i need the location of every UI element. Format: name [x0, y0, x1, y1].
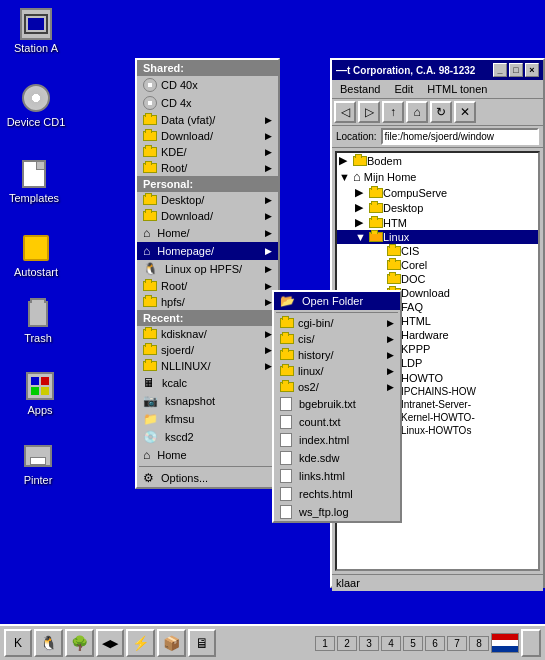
submenu-open-folder[interactable]: 📂 Open Folder: [274, 292, 400, 310]
menu-item-download-personal[interactable]: Download/ ▶: [137, 208, 278, 224]
folder-icon-download-shared: [143, 131, 157, 141]
desk-4[interactable]: 4: [381, 636, 401, 651]
submenu-cgi-bin[interactable]: cgi-bin/ ▶: [274, 315, 400, 331]
desk-1[interactable]: 1: [315, 636, 335, 651]
submenu-os2[interactable]: os2/ ▶: [274, 379, 400, 395]
home-icon-mijn: ⌂: [353, 169, 361, 184]
minimize-button[interactable]: _: [493, 63, 507, 77]
menu-item-home-personal[interactable]: ⌂ Home/ ▶: [137, 224, 278, 242]
tree-expand-compuserve[interactable]: ▶: [355, 186, 369, 199]
tree-item-linux[interactable]: ▼ Linux: [337, 230, 538, 244]
close-button[interactable]: ×: [525, 63, 539, 77]
filemanager-status: klaar: [332, 574, 543, 591]
menu-item-nllinux[interactable]: NLLINUX/ ▶: [137, 358, 278, 374]
trash-label: Trash: [24, 332, 52, 344]
folder-icon-history: [280, 350, 294, 360]
tree-item-cis[interactable]: CIS: [337, 244, 538, 258]
menu-html-tonen[interactable]: HTML tonen: [421, 81, 493, 97]
menu-edit[interactable]: Edit: [388, 81, 419, 97]
start-button[interactable]: K: [4, 629, 32, 657]
maximize-button[interactable]: □: [509, 63, 523, 77]
menu-item-sjoerd[interactable]: sjoerd/ ▶: [137, 342, 278, 358]
download-shared-label: Download/: [161, 130, 213, 142]
desk-5[interactable]: 5: [403, 636, 423, 651]
desk-2[interactable]: 2: [337, 636, 357, 651]
taskbar-extra[interactable]: [521, 629, 541, 657]
desktop-icon-apps[interactable]: Apps: [8, 370, 72, 416]
desk-3[interactable]: 3: [359, 636, 379, 651]
tree-expand-mijn-home[interactable]: ▼: [339, 171, 353, 183]
tree-item-compuserve[interactable]: ▶ CompuServe: [337, 185, 538, 200]
tree-item-bodem[interactable]: ▶ Bodem: [337, 153, 538, 168]
tree-item-htm[interactable]: ▶ HTM: [337, 215, 538, 230]
menu-item-home-recent[interactable]: ⌂ Home: [137, 446, 278, 464]
menu-item-hpfs[interactable]: hpfs/ ▶: [137, 294, 278, 310]
desktop-icon-templates[interactable]: Templates: [2, 158, 66, 204]
tree-expand-linux[interactable]: ▼: [355, 231, 369, 243]
tree-item-corel[interactable]: Corel: [337, 258, 538, 272]
toolbar-forward[interactable]: ▷: [358, 101, 380, 123]
submenu-links-html[interactable]: links.html: [274, 467, 400, 485]
desktop-icon-autostart[interactable]: Autostart: [4, 232, 68, 278]
menu-item-linux-hpfs[interactable]: 🐧 Linux op HPFS/ ▶: [137, 260, 278, 278]
toolbar-home[interactable]: ⌂: [406, 101, 428, 123]
tree-label-ldp: LDP: [401, 357, 422, 369]
tux-button[interactable]: 🐧: [34, 629, 63, 657]
menu-item-cd40x[interactable]: CD 40x: [137, 76, 278, 94]
tree-label-faq: FAQ: [401, 301, 423, 313]
menu-item-kde[interactable]: KDE/ ▶: [137, 144, 278, 160]
submenu-bgebruik[interactable]: bgebruik.txt: [274, 395, 400, 413]
desk-7[interactable]: 7: [447, 636, 467, 651]
toolbar-back[interactable]: ◁: [334, 101, 356, 123]
submenu-cis[interactable]: cis/ ▶: [274, 331, 400, 347]
submenu-history[interactable]: history/ ▶: [274, 347, 400, 363]
menu-item-root-shared[interactable]: Root/ ▶: [137, 160, 278, 176]
monitor-button[interactable]: 🖥: [188, 629, 216, 657]
tree-item-desktop[interactable]: ▶ Desktop: [337, 200, 538, 215]
menu-item-cd4x[interactable]: CD 4x: [137, 94, 278, 112]
menu-item-kscd2[interactable]: 💿 kscd2: [137, 428, 278, 446]
tree-expand-bodem[interactable]: ▶: [339, 154, 353, 167]
desktop-icon-device-cd[interactable]: Device CD1: [4, 82, 68, 128]
menu-item-kfmsu[interactable]: 📁 kfmsu: [137, 410, 278, 428]
lightning-button[interactable]: ⚡: [126, 629, 155, 657]
flag-nl[interactable]: [491, 633, 519, 653]
menu-item-homepage[interactable]: ⌂ Homepage/ ▶: [137, 242, 278, 260]
folder-icon-linux: [369, 232, 383, 242]
tree-expand-htm[interactable]: ▶: [355, 216, 369, 229]
desktop-icon-station[interactable]: Station A: [4, 8, 68, 54]
location-input[interactable]: file:/home/sjoerd/window: [381, 128, 539, 145]
menu-item-kdisknav[interactable]: kdisknav/ ▶: [137, 326, 278, 342]
menu-bestand[interactable]: Bestand: [334, 81, 386, 97]
toolbar-refresh[interactable]: ↻: [430, 101, 452, 123]
menu-item-desktop-personal[interactable]: Desktop/ ▶: [137, 192, 278, 208]
data-vfat-label: Data (vfat)/: [161, 114, 215, 126]
desktop-icon-pinter[interactable]: Pinter: [6, 440, 70, 486]
toolbar-up[interactable]: ↑: [382, 101, 404, 123]
tree-item-mijn-home[interactable]: ▼ ⌂ Mijn Home: [337, 168, 538, 185]
menu-item-download-shared[interactable]: Download/ ▶: [137, 128, 278, 144]
menu-item-root-personal[interactable]: Root/ ▶: [137, 278, 278, 294]
submenu-kde-sdw[interactable]: kde.sdw: [274, 449, 400, 467]
menu-item-ksnapshot[interactable]: 📷 ksnapshot: [137, 392, 278, 410]
hpfs-label: hpfs/: [161, 296, 185, 308]
nav-button[interactable]: ◀▶: [96, 629, 124, 657]
desk-6[interactable]: 6: [425, 636, 445, 651]
menu-item-kcalc[interactable]: 🖩 kcalc: [137, 374, 278, 392]
menu-item-data-vfat[interactable]: Data (vfat)/ ▶: [137, 112, 278, 128]
linux-hpfs-label: Linux op HPFS/: [165, 263, 242, 275]
tree-button[interactable]: 🌳: [65, 629, 94, 657]
submenu-rechts-html[interactable]: rechts.html: [274, 485, 400, 503]
tree-expand-desktop[interactable]: ▶: [355, 201, 369, 214]
desk-8[interactable]: 8: [469, 636, 489, 651]
submenu-ws-ftp-log[interactable]: ws_ftp.log: [274, 503, 400, 521]
submenu-linux[interactable]: linux/ ▶: [274, 363, 400, 379]
menu-item-options[interactable]: ⚙ Options...: [137, 469, 278, 487]
submenu-count[interactable]: count.txt: [274, 413, 400, 431]
submenu-index-html[interactable]: index.html: [274, 431, 400, 449]
toolbar-stop[interactable]: ✕: [454, 101, 476, 123]
desktop-icon-trash[interactable]: Trash: [6, 298, 70, 344]
kdisknav-label: kdisknav/: [161, 328, 207, 340]
tree-item-doc[interactable]: DOC: [337, 272, 538, 286]
box-button[interactable]: 📦: [157, 629, 186, 657]
